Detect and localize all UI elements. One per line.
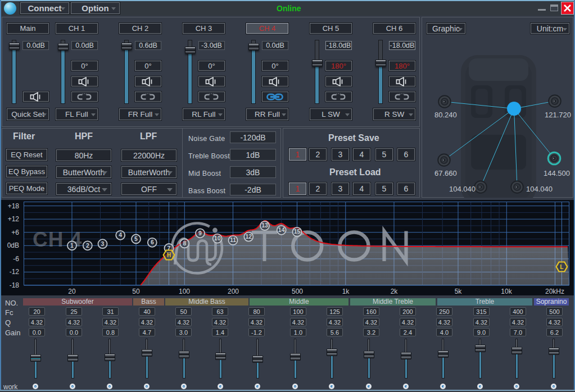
svg-text:H: H <box>167 252 171 258</box>
svg-text:9: 9 <box>198 230 202 236</box>
svg-text:3: 3 <box>101 240 105 247</box>
svg-text:15: 15 <box>294 228 301 235</box>
svg-text:14: 14 <box>278 226 285 233</box>
svg-text:6: 6 <box>151 239 154 245</box>
svg-text:13: 13 <box>261 222 268 229</box>
svg-text:12: 12 <box>245 233 252 240</box>
svg-text:10: 10 <box>214 235 221 241</box>
svg-text:1: 1 <box>70 242 74 249</box>
svg-text:L: L <box>560 264 563 270</box>
svg-text:11: 11 <box>230 236 236 243</box>
svg-text:4: 4 <box>119 231 122 238</box>
svg-text:2: 2 <box>86 242 89 249</box>
svg-text:5: 5 <box>134 235 138 242</box>
svg-text:8: 8 <box>183 240 186 247</box>
